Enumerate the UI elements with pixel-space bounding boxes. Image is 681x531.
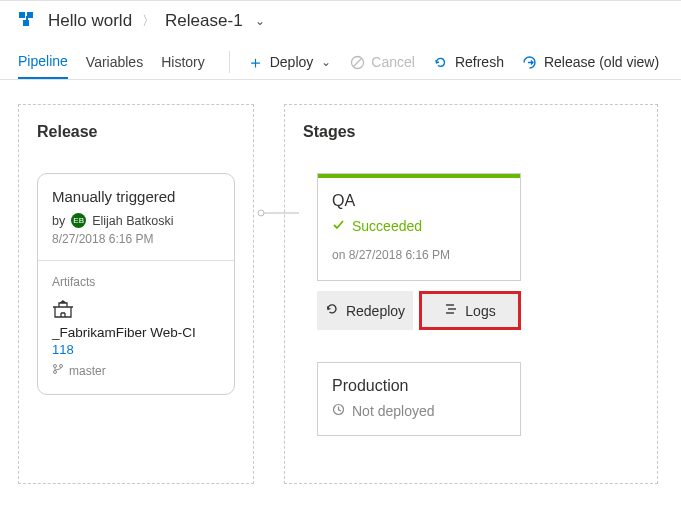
pipeline-app-icon (18, 11, 38, 31)
svg-rect-0 (19, 12, 25, 18)
release-card[interactable]: Manually triggered by EB Elijah Batkoski… (37, 173, 235, 395)
artifacts-label: Artifacts (52, 275, 220, 289)
clock-icon (332, 403, 345, 419)
deploy-button[interactable]: ＋ Deploy ⌄ (248, 54, 332, 70)
release-panel: Release Manually triggered by EB Elijah … (18, 104, 254, 484)
stages-panel-title: Stages (303, 123, 639, 141)
breadcrumb-project[interactable]: Hello world (48, 11, 132, 31)
build-artifact-icon (52, 299, 74, 321)
by-prefix: by (52, 214, 65, 228)
toolbar: Pipeline Variables History ＋ Deploy ⌄ Ca… (0, 41, 681, 80)
tab-pipeline[interactable]: Pipeline (18, 45, 68, 79)
artifact-build-id[interactable]: 118 (52, 342, 220, 357)
artifact-name: _FabrikamFiber Web-CI (52, 325, 220, 340)
card-divider (38, 260, 234, 261)
tab-history[interactable]: History (161, 46, 205, 78)
refresh-button[interactable]: Refresh (433, 54, 504, 70)
branch-row: master (52, 363, 220, 378)
release-timestamp: 8/27/2018 6:16 PM (52, 232, 220, 246)
branch-name: master (69, 364, 106, 378)
chevron-down-icon[interactable]: ⌄ (255, 14, 265, 28)
svg-point-6 (54, 365, 57, 368)
svg-line-5 (353, 58, 361, 66)
refresh-icon (433, 54, 449, 70)
toolbar-divider (229, 51, 230, 73)
stage-name-qa: QA (332, 192, 506, 210)
stages-panel: Stages QA Succeeded on 8/27/2018 6:16 PM (284, 104, 658, 484)
breadcrumb: Hello world 〉 Release-1 ⌄ (0, 1, 681, 41)
stage-card-production[interactable]: Production Not deployed (317, 362, 521, 436)
status-text: Succeeded (352, 218, 422, 234)
cancel-label: Cancel (371, 54, 415, 70)
deploy-label: Deploy (270, 54, 314, 70)
prod-status-text: Not deployed (352, 403, 435, 419)
svg-point-7 (60, 365, 63, 368)
plus-icon: ＋ (248, 54, 264, 70)
user-name: Elijah Batkoski (92, 214, 173, 228)
stage-actions: Redeploy Logs (317, 291, 521, 330)
status-not-deployed: Not deployed (332, 403, 506, 419)
logs-icon (444, 302, 458, 319)
avatar: EB (71, 213, 86, 228)
release-panel-title: Release (37, 123, 235, 141)
stage-card-qa[interactable]: QA Succeeded on 8/27/2018 6:16 PM (317, 173, 521, 281)
status-succeeded: Succeeded (332, 218, 506, 234)
check-icon (332, 218, 345, 234)
logs-button[interactable]: Logs (419, 291, 521, 330)
svg-point-9 (258, 210, 264, 216)
trigger-heading: Manually triggered (52, 188, 220, 205)
cancel-icon (349, 54, 365, 70)
stage-timestamp: on 8/27/2018 6:16 PM (332, 248, 506, 262)
branch-icon (52, 363, 64, 378)
old-view-label: Release (old view) (544, 54, 659, 70)
redeploy-label: Redeploy (346, 303, 405, 319)
connector-line (255, 207, 299, 219)
chevron-down-icon: ⌄ (321, 55, 331, 69)
refresh-label: Refresh (455, 54, 504, 70)
redeploy-button[interactable]: Redeploy (317, 291, 413, 330)
stage-name-production: Production (332, 377, 506, 395)
chevron-right-icon: 〉 (142, 12, 155, 30)
breadcrumb-release[interactable]: Release-1 (165, 11, 243, 31)
redeploy-icon (325, 302, 339, 319)
logs-label: Logs (465, 303, 495, 319)
byline: by EB Elijah Batkoski (52, 213, 220, 228)
svg-rect-3 (26, 16, 28, 22)
tab-variables[interactable]: Variables (86, 46, 143, 78)
open-icon (522, 54, 538, 70)
cancel-button: Cancel (349, 54, 415, 70)
old-view-button[interactable]: Release (old view) (522, 54, 659, 70)
